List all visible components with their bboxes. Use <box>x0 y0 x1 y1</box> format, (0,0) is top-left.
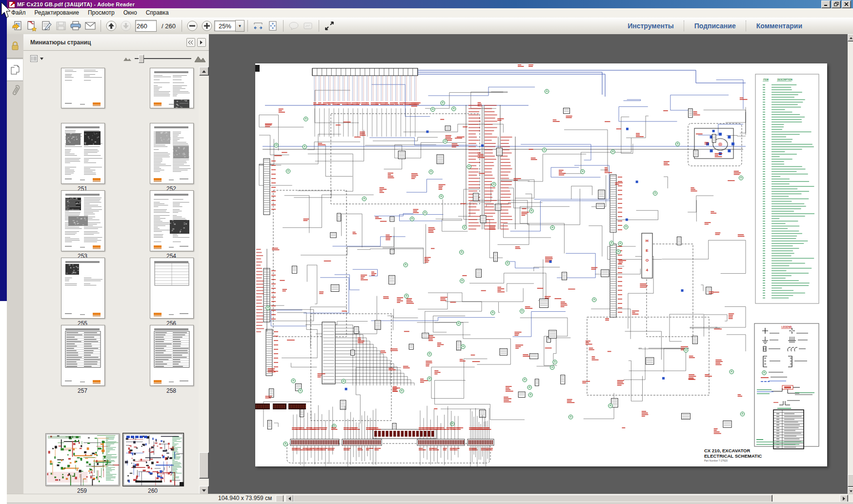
sign-button[interactable] <box>39 19 54 33</box>
zoom-dropdown-button[interactable]: ▼ <box>235 20 244 32</box>
thumbnail-preview <box>150 258 193 318</box>
zoom-out-button[interactable] <box>185 19 200 33</box>
fullscreen-button[interactable] <box>322 19 337 33</box>
thumbnail-page-number: 260 <box>118 487 187 494</box>
zoom-out-icon <box>186 20 198 32</box>
right-arrow-icon <box>200 40 203 44</box>
page-down-icon <box>120 20 132 32</box>
thumbnail-options-button[interactable] <box>29 54 44 63</box>
toolbar-panes: Инструменты Подписание Комментарии <box>618 18 853 34</box>
thumbnail-page-255[interactable] <box>61 258 105 319</box>
thumbnail-page-258[interactable] <box>150 325 194 386</box>
arrow-up-icon <box>202 70 206 73</box>
fit-page-button[interactable] <box>265 19 280 33</box>
menu-edit[interactable]: Редактирование <box>30 8 83 18</box>
zoom-level-value[interactable]: 25% <box>214 20 235 31</box>
thumbnail-preview <box>150 123 193 183</box>
large-thumbnails-icon[interactable] <box>194 55 206 62</box>
thumbnail-page-252[interactable] <box>150 123 194 184</box>
panel-options-button[interactable] <box>197 38 206 47</box>
fullscreen-arrows-icon <box>324 20 335 31</box>
menu-help[interactable]: Справка <box>142 8 173 18</box>
thumbnail-page-253[interactable] <box>61 190 105 251</box>
document-horizontal-scrollbar[interactable] <box>285 494 848 502</box>
document-view: HEO4ITEMDESCRIPTIONLEGENDCX 210, EXCAVAT… <box>209 34 848 494</box>
page-thumbnails-tab[interactable] <box>7 59 23 81</box>
close-button[interactable] <box>842 0 851 8</box>
document-vertical-scrollbar[interactable] <box>848 34 853 494</box>
minimize-button[interactable] <box>821 0 831 8</box>
current-page-handle <box>180 482 183 486</box>
signature-button[interactable] <box>301 19 316 33</box>
pdf-page-260[interactable]: HEO4ITEMDESCRIPTIONLEGENDCX 210, EXCAVAT… <box>255 63 827 466</box>
thumbnail-page-257[interactable] <box>61 325 105 386</box>
tools-pane-button[interactable]: Инструменты <box>618 18 684 34</box>
thumbnails-scrollbar[interactable] <box>199 67 208 494</box>
svg-text:DESCRIPTION: DESCRIPTION <box>777 79 792 81</box>
chevron-down-icon <box>40 58 43 60</box>
splitter-grip[interactable] <box>276 495 284 502</box>
page-up-icon <box>105 20 117 32</box>
svg-text:E: E <box>646 248 649 253</box>
create-pdf-button[interactable] <box>24 19 39 33</box>
mouse-cursor <box>0 2 11 20</box>
open-file-icon <box>11 20 23 31</box>
save-button[interactable] <box>54 19 68 33</box>
electrical-schematic-drawing: HEO4ITEMDESCRIPTIONLEGENDCX 210, EXCAVAT… <box>255 63 827 466</box>
thumbnail-page-250[interactable] <box>150 68 194 108</box>
thumbnail-page-249[interactable] <box>61 68 105 108</box>
title-bar: MF Cx210 GB.pdf (ЗАЩИТА) - Adobe Reader <box>7 0 853 8</box>
scroll-up-button[interactable] <box>848 34 853 41</box>
email-button[interactable] <box>83 19 98 33</box>
page-thumbnails-icon <box>10 64 20 75</box>
next-page-button[interactable] <box>119 19 133 33</box>
window-bottom-frame <box>7 502 853 504</box>
thumbnail-page-254[interactable] <box>150 190 194 251</box>
page-number-input[interactable] <box>135 20 157 32</box>
thumbnail-preview <box>61 258 104 318</box>
print-button[interactable] <box>68 19 83 33</box>
fit-width-button[interactable] <box>251 19 265 33</box>
lock-icon <box>10 41 20 51</box>
thumbnail-options-row <box>23 50 209 67</box>
thumbnail-size-slider[interactable] <box>135 55 191 62</box>
svg-text:4: 4 <box>646 268 649 272</box>
comment-pane-button[interactable]: Комментарии <box>747 18 812 34</box>
toolbar-separator <box>247 20 248 32</box>
zoom-in-button[interactable] <box>200 19 214 33</box>
menu-window[interactable]: Окно <box>119 8 142 18</box>
small-thumbnails-icon[interactable] <box>123 56 132 61</box>
zoom-level-text: 25% <box>219 22 231 30</box>
toolbar: / 260 25% ▼ <box>7 18 853 35</box>
fit-page-icon <box>267 21 278 31</box>
previous-page-button[interactable] <box>104 19 119 33</box>
toolbar-separator <box>182 20 182 32</box>
sign-pane-button[interactable]: Подписание <box>685 18 746 34</box>
slider-thumb[interactable] <box>139 55 144 63</box>
security-lock-cell <box>7 34 23 58</box>
attachments-tab[interactable] <box>7 81 23 101</box>
thumbnail-page-259[interactable] <box>45 433 120 486</box>
save-icon <box>56 21 66 31</box>
scroll-thumb[interactable] <box>199 452 209 479</box>
collapse-panel-button[interactable] <box>186 38 195 47</box>
svg-text:Part Number 7-27620: Part Number 7-27620 <box>704 459 728 462</box>
svg-text:CX 210, EXCAVATOR: CX 210, EXCAVATOR <box>704 448 750 453</box>
page-total-label: / 260 <box>162 22 176 30</box>
scroll-up-button[interactable] <box>199 67 209 76</box>
list-options-icon <box>30 55 39 62</box>
restore-button[interactable] <box>832 0 841 8</box>
menu-view[interactable]: Просмотр <box>83 8 119 18</box>
scroll-thumb[interactable] <box>848 474 853 487</box>
arrow-down-icon <box>202 489 206 492</box>
thumbnail-page-256[interactable] <box>150 258 194 319</box>
comment-button[interactable] <box>286 19 301 33</box>
open-button[interactable] <box>10 19 24 33</box>
thumbnail-list: 249250251252253254255256257258259260 <box>23 67 209 494</box>
desktop-background <box>0 0 7 301</box>
thumbnail-page-251[interactable] <box>61 123 105 184</box>
thumbnail-page-260[interactable] <box>123 433 183 486</box>
thumbnail-page-number: 259 <box>41 487 123 494</box>
minimize-icon <box>824 2 828 6</box>
thumbnail-page-number: 258 <box>145 387 198 394</box>
